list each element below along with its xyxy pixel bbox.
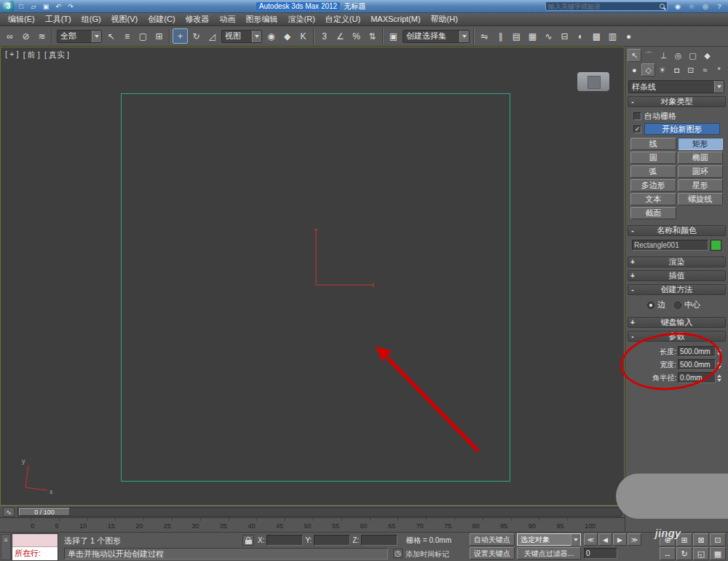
redo-icon[interactable]: ↷ [65, 1, 76, 12]
menu-item[interactable]: 动画 [215, 13, 241, 26]
curve-editor-icon[interactable]: ∿ [541, 28, 556, 44]
named-selection-set-dropdown[interactable]: 创建选择集 [403, 30, 470, 43]
select-by-name-icon[interactable]: ≡ [119, 28, 135, 44]
dropdown-arrow-icon[interactable] [459, 31, 469, 42]
selection-filter-dropdown[interactable]: 全部 [57, 30, 102, 43]
shape-category-dropdown[interactable]: 样条线 [628, 80, 724, 93]
z-coordinate-input[interactable] [361, 535, 397, 546]
viewport-menu-label[interactable]: [ 真实 ] [44, 50, 69, 60]
create-tab-icon[interactable]: ↖ [628, 49, 641, 62]
space-warps-category-icon[interactable]: ≈ [698, 63, 711, 76]
rectangle-shape[interactable] [121, 93, 510, 482]
motion-tab-icon[interactable]: ◎ [671, 49, 685, 62]
dropdown-arrow-icon[interactable] [714, 81, 724, 93]
utilities-tab-icon[interactable]: ◆ [700, 49, 714, 62]
display-tab-icon[interactable]: ▢ [686, 49, 700, 62]
text-button[interactable]: 文本 [630, 193, 676, 205]
current-frame-field[interactable]: 0 [584, 548, 617, 559]
select-and-manipulate-icon[interactable]: ◆ [280, 28, 295, 44]
time-slider-track[interactable]: 0 / 100 [17, 507, 622, 517]
maximize-viewport-icon[interactable]: ◱ [693, 547, 709, 560]
front-viewport[interactable]: [ + ][ 前 ][ 真实 ] x y [0, 47, 625, 506]
save-file-icon[interactable]: ▣ [40, 1, 52, 12]
hierarchy-tab-icon[interactable]: ⊥ [657, 49, 670, 62]
mini-curve-editor-button[interactable]: ∿ [3, 507, 15, 517]
rendering-rollout-header[interactable]: + 渲染 [628, 256, 726, 267]
mini-listener-macro-pane[interactable] [12, 534, 58, 547]
material-editor-icon[interactable]: ◐ [573, 28, 588, 44]
mini-listener-script-pane[interactable]: 所在行: [12, 547, 58, 560]
helpers-category-icon[interactable]: ⊡ [684, 63, 697, 76]
star-button[interactable]: 星形 [678, 179, 724, 192]
angle-snap-icon[interactable]: ∠ [333, 28, 348, 44]
interpolation-rollout-header[interactable]: + 插值 [628, 270, 726, 281]
new-scene-icon[interactable]: □ [15, 1, 27, 12]
dropdown-arrow-icon[interactable] [252, 31, 261, 42]
favorites-star-icon[interactable]: ☆ [686, 1, 697, 12]
menu-item[interactable]: 修改器 [181, 13, 215, 26]
window-crossing-icon[interactable]: ⊞ [151, 28, 167, 44]
align-icon[interactable]: ∥ [493, 28, 508, 44]
previous-frame-button[interactable]: ◀ [598, 533, 612, 546]
menu-item[interactable]: 渲染(R) [283, 13, 320, 26]
shapes-category-icon[interactable]: ◇ [641, 63, 654, 76]
autogrid-checkbox[interactable] [633, 112, 641, 120]
adaptive-degradation-icon[interactable]: ▦ [710, 547, 726, 560]
layer-manager-icon[interactable]: ▤ [509, 28, 524, 44]
add-time-tag-button[interactable]: 添加时间标记 [405, 549, 449, 560]
render-setup-icon[interactable]: ▩ [589, 28, 604, 44]
snap-toggle-3d-icon[interactable]: 3 [317, 28, 332, 44]
spinner-snap-icon[interactable]: ⇅ [365, 28, 380, 44]
object-type-rollout-header[interactable]: - 对象类型 [628, 96, 726, 107]
modify-tab-icon[interactable]: ⌒ [642, 49, 656, 62]
use-pivot-point-center-icon[interactable]: ◉ [264, 28, 279, 44]
section-button[interactable]: 截面 [630, 207, 676, 219]
object-name-input[interactable] [632, 240, 708, 251]
select-object-icon[interactable]: ↖ [103, 28, 119, 44]
set-key-toggle[interactable]: 设置关键点 [470, 547, 515, 560]
select-and-move-icon[interactable]: + [173, 28, 188, 44]
arc-button[interactable]: 弧 [630, 165, 676, 178]
graphite-modeling-tools-icon[interactable]: ▦ [525, 28, 540, 44]
orbit-icon[interactable]: ↻ [676, 547, 692, 560]
menu-item[interactable]: 编辑(E) [3, 13, 40, 26]
menu-item[interactable]: 创建(C) [143, 13, 180, 26]
center-radio[interactable] [674, 302, 681, 309]
menu-item[interactable]: 帮助(H) [426, 13, 463, 26]
viewport-menu-label[interactable]: [ + ] [5, 50, 19, 60]
lights-category-icon[interactable]: ☀ [656, 63, 669, 76]
help-icon[interactable]: ? [713, 1, 725, 12]
render-production-icon[interactable]: ● [621, 28, 636, 44]
zoom-extents-all-icon[interactable]: ⊠ [693, 533, 709, 546]
circle-button[interactable]: 圆 [630, 152, 676, 164]
app-logo-icon[interactable]: 3 [3, 1, 14, 12]
go-to-start-button[interactable]: ≪ [584, 533, 598, 546]
unlink-selection-icon[interactable]: ⊘ [18, 28, 33, 44]
open-file-icon[interactable]: ▱ [28, 1, 39, 12]
name-color-rollout-header[interactable]: - 名称和颜色 [628, 225, 726, 236]
select-and-rotate-icon[interactable]: ↻ [189, 28, 204, 44]
menu-item[interactable]: 组(G) [76, 13, 106, 26]
dropdown-arrow-icon[interactable] [92, 31, 101, 42]
schematic-view-icon[interactable]: ⊟ [557, 28, 572, 44]
parameter-value-field[interactable]: 0.0mm [678, 372, 716, 383]
select-and-uniform-scale-icon[interactable]: ◿ [205, 28, 220, 44]
zoom-region-icon[interactable]: ⊡ [710, 533, 726, 546]
polygon-button[interactable]: 多边形 [630, 179, 676, 192]
edge-radio[interactable] [647, 302, 654, 309]
rendered-frame-window-icon[interactable]: ▥ [605, 28, 620, 44]
spinner-up-down[interactable] [717, 374, 721, 382]
viewcube[interactable] [577, 72, 609, 91]
menu-item[interactable]: 自定义(U) [320, 13, 365, 26]
auto-key-toggle[interactable]: 自动关键点 [470, 533, 515, 546]
parameters-rollout-header[interactable]: - 参数 [628, 331, 726, 342]
rectangular-selection-region-icon[interactable]: ▢ [135, 28, 151, 44]
key-filters-button[interactable]: 关键点过滤器... [517, 547, 581, 560]
y-coordinate-input[interactable] [314, 535, 350, 546]
spinner-up-down[interactable] [717, 348, 721, 356]
menu-item[interactable]: 图形编辑 [241, 13, 283, 26]
keyboard-shortcut-override-icon[interactable]: K [296, 28, 311, 44]
menu-item[interactable]: 工具(T) [40, 13, 76, 26]
creation-method-rollout-header[interactable]: - 创建方法 [628, 284, 726, 295]
maxscript-mini-listener[interactable]: 所在行: [12, 533, 58, 561]
